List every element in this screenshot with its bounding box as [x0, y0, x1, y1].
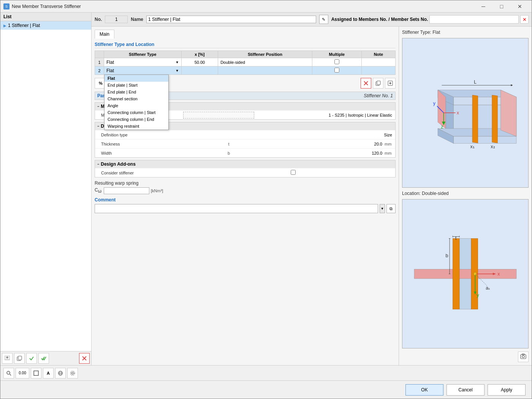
comment-copy-button[interactable]: ⧉ — [386, 204, 396, 213]
type-value-2: Flat — [106, 68, 114, 73]
assigned-group: Assigned to Members No. / Member Sets No… — [331, 15, 529, 24]
form-area: Main Stiffener Type and Location Stiffen… — [92, 27, 399, 365]
table-row[interactable]: 1 Flat ▼ 50.00 Double-sided — [95, 58, 396, 66]
delete-button[interactable] — [79, 353, 90, 364]
warp-spring-input[interactable] — [104, 187, 149, 194]
verify-button[interactable] — [26, 353, 37, 364]
svg-text:x₁: x₁ — [470, 144, 475, 149]
search-tool-button[interactable] — [3, 368, 14, 378]
cell-x-1[interactable]: 50.00 — [181, 58, 218, 66]
dropdown-option-conn-end[interactable]: Connecting column | End — [104, 116, 168, 123]
svg-marker-20 — [453, 136, 516, 144]
ok-button[interactable]: OK — [405, 384, 443, 396]
dropdown-option-flat[interactable]: Flat — [104, 75, 168, 82]
table-delete-icon — [363, 81, 369, 86]
cell-note-1[interactable] — [361, 58, 395, 66]
cancel-button[interactable]: Cancel — [446, 384, 484, 396]
design-addons-header[interactable]: − Design Add-ons — [95, 160, 395, 168]
collapse-icon: − — [97, 104, 99, 108]
cell-multiple-1[interactable] — [312, 58, 361, 66]
stiffener-type-label: Stiffener Type: Flat — [402, 30, 529, 35]
svg-point-63 — [7, 371, 10, 374]
dropdown-option-warp[interactable]: Warping restraint — [104, 123, 168, 130]
edit-name-button[interactable]: ✎ — [319, 15, 328, 24]
svg-rect-40 — [414, 269, 516, 279]
name-input[interactable] — [146, 16, 316, 23]
no-group: No. — [95, 16, 128, 23]
cell-note-2[interactable] — [361, 66, 395, 75]
width-symbol: b — [223, 151, 234, 155]
table-row[interactable]: 2 Flat ▼ Flat — [95, 66, 396, 75]
no-input[interactable] — [105, 16, 128, 23]
svg-rect-41 — [453, 238, 459, 309]
col-note: Note — [361, 51, 395, 58]
col-type: Stiffener Type — [104, 51, 182, 58]
comment-input[interactable] — [95, 204, 378, 213]
copy-button[interactable] — [14, 353, 25, 364]
diagram-area: Stiffener Type: Flat — [399, 27, 532, 365]
box-tool-button[interactable] — [31, 368, 41, 378]
dropdown-option-channel[interactable]: Channel section — [104, 95, 168, 102]
definition-type-row: Definition type Size — [95, 130, 395, 139]
comment-dropdown-button[interactable]: ▼ — [380, 204, 385, 213]
svg-marker-26 — [492, 95, 497, 143]
thickness-symbol: t — [223, 142, 234, 146]
minimize-button[interactable]: ─ — [475, 0, 492, 13]
assigned-input[interactable] — [429, 15, 519, 24]
no-name-bar: No. Name ✎ Assigned to Members No. / Mem… — [92, 13, 532, 27]
design-addons-label: Design Add-ons — [101, 162, 136, 167]
close-button[interactable]: ✕ — [511, 0, 529, 13]
text-tool-button[interactable]: A — [43, 368, 54, 378]
list-item[interactable]: ▶ 1 Stiffener | Flat — [0, 21, 91, 30]
tab-main[interactable]: Main — [95, 30, 114, 39]
apply-button[interactable]: Apply — [488, 384, 526, 396]
assigned-clear-button[interactable]: ✕ — [520, 15, 529, 24]
cell-x-2[interactable] — [181, 66, 218, 75]
maximize-button[interactable]: □ — [493, 0, 510, 13]
consider-stiffener-checkbox[interactable] — [291, 170, 296, 175]
table-copy-icon — [375, 81, 381, 86]
window-controls: ─ □ ✕ — [475, 0, 529, 13]
definition-type-label: Definition type — [95, 132, 173, 138]
thickness-unit: mm — [384, 142, 395, 146]
settings-tool-button[interactable] — [67, 368, 78, 378]
table-copy-button[interactable] — [373, 78, 383, 89]
dropdown-option-conn-start[interactable]: Connecting column | Start — [104, 109, 168, 116]
svg-text:L: L — [474, 79, 477, 85]
consider-stiffener-row: Consider stiffener — [95, 168, 395, 177]
dropdown-option-endplate-end[interactable]: End plate | End — [104, 89, 168, 95]
col-num — [95, 51, 104, 58]
cell-multiple-2[interactable] — [312, 66, 361, 75]
stiffener-table-container: Stiffener Type x [%] Stiffener Position … — [95, 51, 396, 75]
svg-marker-28 — [501, 90, 516, 136]
row-num-2: 2 — [95, 66, 104, 75]
cell-position-2[interactable] — [218, 66, 312, 75]
cell-type-1[interactable]: Flat ▼ — [104, 58, 182, 66]
svg-text:+: + — [6, 356, 8, 360]
check-icon — [29, 356, 34, 361]
add-icon: + — [5, 356, 10, 361]
globe-tool-button[interactable] — [55, 368, 66, 378]
dropdown-option-endplate-start[interactable]: End plate | Start — [104, 82, 168, 89]
cell-position-1[interactable]: Double-sided — [218, 58, 312, 66]
multiple-checkbox-1[interactable] — [334, 59, 339, 64]
verify2-button[interactable] — [38, 353, 49, 364]
multiple-checkbox-2[interactable] — [334, 68, 339, 73]
add-button[interactable]: + — [2, 353, 13, 364]
material-name-input[interactable] — [183, 112, 255, 119]
svg-text:y: y — [433, 101, 436, 106]
cell-type-2[interactable]: Flat ▼ Flat End plate | Start End plate … — [104, 66, 182, 75]
diagram-export-button[interactable] — [518, 352, 529, 362]
row-num-1: 1 — [95, 58, 104, 66]
title-bar: S New Member Transverse Stiffener ─ □ ✕ — [0, 0, 532, 13]
zero-tool-button[interactable]: 0.00 — [16, 368, 29, 378]
table-export-button[interactable] — [385, 78, 396, 89]
table-delete-button[interactable] — [361, 78, 371, 89]
dropdown-option-angle[interactable]: Angle — [104, 102, 168, 109]
3d-diagram-svg: L x₁ x₂ z x — [402, 38, 528, 187]
type-dropdown-popup[interactable]: Flat End plate | Start End plate | End C… — [104, 74, 169, 130]
svg-rect-65 — [34, 371, 38, 375]
stiffener-type-section-title: Stiffener Type and Location — [95, 42, 396, 48]
stiffener-table: Stiffener Type x [%] Stiffener Position … — [95, 51, 396, 75]
footer-bar: OK Cancel Apply — [0, 380, 532, 399]
